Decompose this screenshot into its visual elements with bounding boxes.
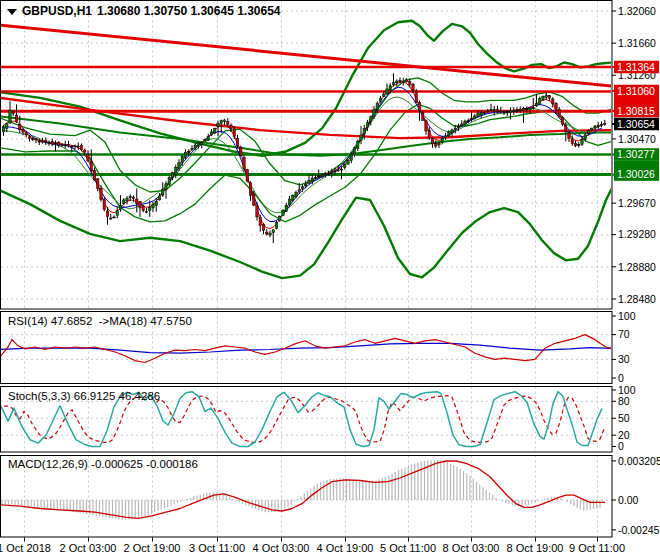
candle-body bbox=[35, 139, 37, 140]
candle-body bbox=[58, 142, 60, 145]
candle-body bbox=[178, 163, 180, 168]
candle-body bbox=[516, 110, 518, 111]
candle-body bbox=[142, 206, 144, 211]
candle-body bbox=[405, 80, 407, 82]
candle-body bbox=[574, 144, 576, 146]
candle-body bbox=[435, 143, 437, 146]
candle-body bbox=[539, 98, 541, 104]
macd-axis-label: -0.002452 bbox=[618, 524, 660, 536]
candle-body bbox=[331, 172, 333, 174]
candle-body bbox=[568, 132, 570, 138]
candle-body bbox=[15, 115, 17, 122]
candle-body bbox=[32, 139, 34, 140]
candle-body bbox=[152, 204, 154, 208]
candle-body bbox=[454, 128, 456, 129]
candle-body bbox=[90, 161, 92, 170]
price-axis[interactable]: 1.320601.316601.312601.304701.296701.292… bbox=[612, 5, 660, 536]
candle-body bbox=[347, 160, 349, 164]
candle-body bbox=[253, 194, 255, 205]
candle-body bbox=[500, 111, 502, 112]
time-axis-label: 1 Oct 2018 bbox=[0, 542, 51, 554]
candle-body bbox=[376, 103, 378, 109]
candle-body bbox=[379, 98, 381, 101]
price-axis-label: 1.32060 bbox=[618, 5, 656, 17]
candle-body bbox=[188, 151, 190, 152]
candle-body bbox=[119, 206, 121, 210]
candle-body bbox=[41, 141, 43, 142]
candle-body bbox=[363, 129, 365, 134]
candle-body bbox=[93, 171, 95, 180]
candle-body bbox=[139, 201, 141, 207]
candle-body bbox=[503, 112, 505, 113]
candle-body bbox=[340, 169, 342, 170]
candle-body bbox=[87, 154, 89, 161]
candle-body bbox=[38, 141, 40, 142]
rsi-indicator-label: RSI(14) 47.6852 ->MA(18) 47.5750 bbox=[8, 315, 192, 327]
candle-body bbox=[402, 81, 404, 82]
chart-canvas[interactable]: 1.320601.316601.312601.304701.296701.292… bbox=[0, 0, 660, 560]
candle-body bbox=[64, 145, 66, 146]
candle-body bbox=[155, 201, 157, 205]
candle-body bbox=[441, 138, 443, 142]
candle-body bbox=[113, 217, 115, 218]
candle-body bbox=[334, 171, 336, 172]
candle-body bbox=[506, 112, 508, 113]
candle-body bbox=[324, 174, 326, 175]
candle-body bbox=[600, 124, 602, 125]
price-axis-label: 1.28880 bbox=[618, 261, 656, 273]
candle-body bbox=[171, 173, 173, 178]
candle-body bbox=[298, 190, 300, 191]
candle-body bbox=[71, 146, 73, 147]
candle-body bbox=[230, 125, 232, 128]
candle-body bbox=[548, 96, 550, 99]
price-axis-label: 1.31660 bbox=[618, 37, 656, 49]
candle-body bbox=[243, 158, 245, 169]
candle-body bbox=[233, 129, 235, 136]
candle-body bbox=[45, 141, 47, 142]
candle-body bbox=[2, 127, 4, 132]
candle-body bbox=[409, 82, 411, 85]
candle-body bbox=[555, 103, 557, 109]
candle-body bbox=[383, 94, 385, 96]
symbol-period-label: GBPUSD,H1 bbox=[22, 4, 92, 18]
candle-body bbox=[483, 113, 485, 114]
time-axis-label: 2 Oct 03:00 bbox=[60, 542, 117, 554]
candle-body bbox=[591, 128, 593, 130]
candle-body bbox=[9, 110, 11, 123]
candle-body bbox=[496, 110, 498, 112]
candle-body bbox=[373, 110, 375, 116]
candle-body bbox=[269, 233, 271, 235]
candle-body bbox=[210, 132, 212, 135]
candle-body bbox=[110, 218, 112, 219]
candle-body bbox=[77, 146, 79, 147]
candle-body bbox=[370, 117, 372, 122]
candle-body bbox=[428, 131, 430, 138]
candle-body bbox=[168, 178, 170, 185]
candle-body bbox=[561, 117, 563, 124]
time-axis-label: 8 Oct 19:00 bbox=[507, 542, 564, 554]
candle-body bbox=[350, 154, 352, 160]
chevron-down-icon[interactable] bbox=[7, 9, 17, 15]
candle-body bbox=[61, 144, 63, 145]
candle-body bbox=[321, 174, 323, 175]
candle-body bbox=[282, 210, 284, 215]
candle-body bbox=[431, 139, 433, 144]
candle-body bbox=[327, 174, 329, 175]
candle-body bbox=[487, 111, 489, 112]
candle-body bbox=[318, 176, 320, 177]
macd-indicator-label: MACD(12,26,9) -0.000625 -0.000186 bbox=[8, 458, 198, 470]
candle-body bbox=[272, 230, 274, 233]
candle-body bbox=[84, 150, 86, 152]
candle-body bbox=[552, 99, 554, 104]
candle-body bbox=[136, 199, 138, 203]
candle-body bbox=[392, 83, 394, 85]
candle-body bbox=[197, 143, 199, 145]
candle-body bbox=[236, 138, 238, 145]
candle-body bbox=[526, 108, 528, 109]
time-axis-label: 2 Oct 19:00 bbox=[124, 542, 181, 554]
candle-body bbox=[158, 196, 160, 200]
candle-body bbox=[532, 107, 534, 108]
candle-body bbox=[288, 199, 290, 205]
candle-body bbox=[181, 156, 183, 162]
candle-body bbox=[480, 113, 482, 115]
